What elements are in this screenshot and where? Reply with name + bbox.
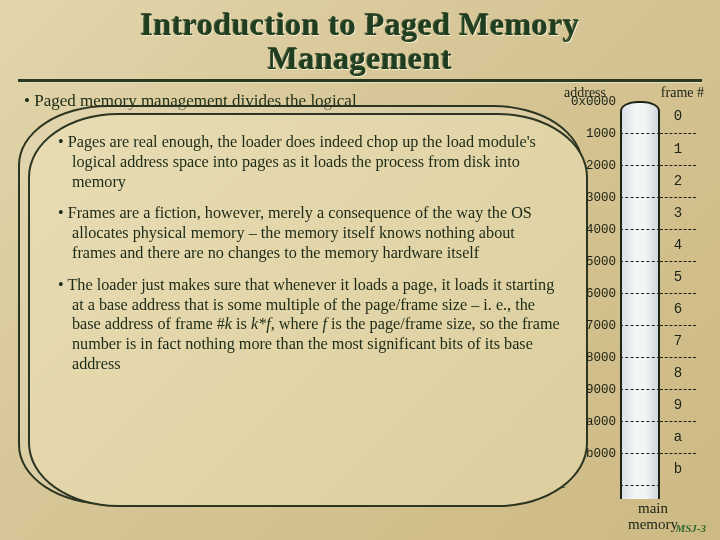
memory-cell: [620, 357, 660, 389]
memory-address: b000: [562, 447, 620, 461]
p3-text-b: is: [232, 315, 251, 333]
p3-text-c: , where: [271, 315, 323, 333]
title-underline: [18, 79, 702, 83]
p3-var-k: k: [225, 315, 232, 333]
memory-frame-number: 0: [660, 101, 696, 133]
memory-caption-line2: memory: [628, 516, 678, 532]
memory-frame-number: a: [660, 421, 696, 453]
bubble-paragraph-3: • The loader just makes sure that whenev…: [58, 276, 562, 375]
memory-caption-line1: main: [638, 500, 668, 516]
memory-cell: [620, 165, 660, 197]
memory-address: 0x0000: [562, 95, 620, 109]
title-line-2: Management: [268, 40, 453, 76]
memory-rows: 0x0000 0 1000 1 2000 2 3000 3: [562, 101, 704, 485]
memory-address: 2000: [562, 159, 620, 173]
content-area: • Paged memory management divides the lo…: [18, 91, 702, 511]
memory-cell: [620, 453, 660, 485]
frame-header: frame #: [661, 85, 704, 101]
memory-cell: [620, 325, 660, 357]
memory-frame-number: 4: [660, 229, 696, 261]
memory-cell: [620, 293, 660, 325]
slide: Introduction to Paged Memory Management …: [0, 0, 720, 540]
memory-address: 3000: [562, 191, 620, 205]
memory-row: b000 b: [562, 453, 704, 485]
bubble-paragraph-1: • Pages are real enough, the loader does…: [58, 133, 562, 192]
slide-number: MSJ-3: [675, 522, 706, 534]
memory-cell: [620, 421, 660, 453]
memory-frame-number: b: [660, 453, 696, 485]
bubble-paragraph-2: • Frames are a fiction, however, merely …: [58, 204, 562, 263]
memory-address: 4000: [562, 223, 620, 237]
memory-frame-number: 7: [660, 325, 696, 357]
memory-frame-number: 5: [660, 261, 696, 293]
memory-frame-number: 8: [660, 357, 696, 389]
memory-cell: [620, 101, 660, 133]
memory-frame-number: 3: [660, 197, 696, 229]
memory-continuation: [620, 485, 660, 499]
memory-cell: [620, 261, 660, 293]
memory-cell: [620, 389, 660, 421]
memory-address: 5000: [562, 255, 620, 269]
memory-cell: [620, 197, 660, 229]
memory-cell: [620, 133, 660, 165]
memory-address: 1000: [562, 127, 620, 141]
memory-address: 8000: [562, 351, 620, 365]
memory-address: a000: [562, 415, 620, 429]
title-line-1: Introduction to Paged Memory: [140, 6, 579, 42]
memory-frame-number: 2: [660, 165, 696, 197]
memory-address: 7000: [562, 319, 620, 333]
slide-title: Introduction to Paged Memory Management: [18, 8, 702, 75]
memory-address: 6000: [562, 287, 620, 301]
memory-diagram: address frame # 0x0000 0 1000 1 2000 2: [562, 85, 704, 533]
memory-cell: [620, 229, 660, 261]
memory-frame-number: 1: [660, 133, 696, 165]
memory-frame-number: 9: [660, 389, 696, 421]
memory-frame-number: 6: [660, 293, 696, 325]
callout-bubble: • Pages are real enough, the loader does…: [28, 113, 588, 507]
memory-address: 9000: [562, 383, 620, 397]
p3-expr-kf: k*f: [251, 315, 271, 333]
